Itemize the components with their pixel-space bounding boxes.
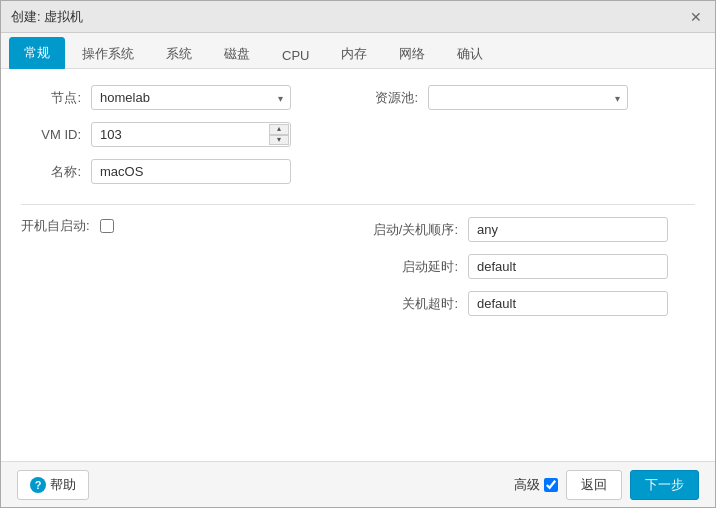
create-vm-dialog: 创建: 虚拟机 ✕ 常规 操作系统 系统 磁盘 CPU 内存 网络 确认 [0,0,716,508]
title-bar: 创建: 虚拟机 ✕ [1,1,715,33]
tab-confirm[interactable]: 确认 [442,38,498,69]
vmid-spin-up[interactable]: ▴ [269,124,289,135]
next-label: 下一步 [645,477,684,492]
tab-memory[interactable]: 内存 [326,38,382,69]
spin-down-icon: ▾ [277,136,281,144]
back-button[interactable]: 返回 [566,470,622,500]
help-button[interactable]: ? 帮助 [17,470,89,500]
tab-os[interactable]: 操作系统 [67,38,149,69]
back-label: 返回 [581,477,607,492]
boot-delay-label: 启动延时: [358,258,468,276]
footer-right: 高级 返回 下一步 [514,470,699,500]
name-input[interactable] [91,159,291,184]
name-row: 名称: [21,159,358,184]
boot-col: 启动/关机顺序: 启动延时: 关机超时: [358,217,695,328]
vmid-spin-down[interactable]: ▾ [269,135,289,146]
vmid-label: VM ID: [21,127,91,142]
tab-bar: 常规 操作系统 系统 磁盘 CPU 内存 网络 确认 [1,33,715,69]
boot-delay-row: 启动延时: [358,254,695,279]
bottom-section: 开机自启动: 启动/关机顺序: 启动延时: [21,217,695,328]
resource-pool-label: 资源池: [358,89,428,107]
tab-network[interactable]: 网络 [384,38,440,69]
vmid-row: VM ID: ▴ ▾ [21,122,358,147]
node-select[interactable]: homelab [91,85,291,110]
dialog-title: 创建: 虚拟机 [11,8,83,26]
boot-order-label: 启动/关机顺序: [358,221,468,239]
tab-disk[interactable]: 磁盘 [209,38,265,69]
autostart-row: 开机自启动: [21,217,358,235]
advanced-checkbox[interactable] [544,478,558,492]
name-label: 名称: [21,163,91,181]
help-label: 帮助 [50,476,76,494]
node-select-wrap: homelab ▾ [91,85,291,110]
boot-order-input[interactable] [468,217,668,242]
footer-left: ? 帮助 [17,470,89,500]
autostart-col: 开机自启动: [21,217,358,328]
divider-1 [21,204,695,205]
right-col: 资源池: ▾ [358,85,695,196]
node-label: 节点: [21,89,91,107]
boot-order-row: 启动/关机顺序: [358,217,695,242]
help-icon: ? [30,477,46,493]
next-button[interactable]: 下一步 [630,470,699,500]
resource-pool-select-wrap: ▾ [428,85,628,110]
autostart-checkbox[interactable] [100,219,114,233]
close-button[interactable]: ✕ [687,8,705,26]
shutdown-timeout-label: 关机超时: [358,295,468,313]
spin-up-icon: ▴ [277,125,281,133]
shutdown-timeout-row: 关机超时: [358,291,695,316]
vmid-spin-buttons: ▴ ▾ [269,124,289,145]
autostart-label: 开机自启动: [21,217,100,235]
left-col: 节点: homelab ▾ VM ID: [21,85,358,196]
tab-system[interactable]: 系统 [151,38,207,69]
vmid-input[interactable] [91,122,291,147]
form-content: 节点: homelab ▾ VM ID: [1,69,715,461]
boot-delay-input[interactable] [468,254,668,279]
vmid-input-wrap: ▴ ▾ [91,122,291,147]
resource-pool-select[interactable] [428,85,628,110]
footer: ? 帮助 高级 返回 下一步 [1,461,715,507]
node-row: 节点: homelab ▾ [21,85,358,110]
resource-pool-row: 资源池: ▾ [358,85,695,110]
tab-cpu[interactable]: CPU [267,41,324,69]
close-icon: ✕ [690,9,702,25]
shutdown-timeout-input[interactable] [468,291,668,316]
top-section: 节点: homelab ▾ VM ID: [21,85,695,196]
advanced-wrap: 高级 [514,476,558,494]
autostart-checkbox-wrap [100,219,114,233]
advanced-label: 高级 [514,476,540,494]
tab-general[interactable]: 常规 [9,37,65,69]
